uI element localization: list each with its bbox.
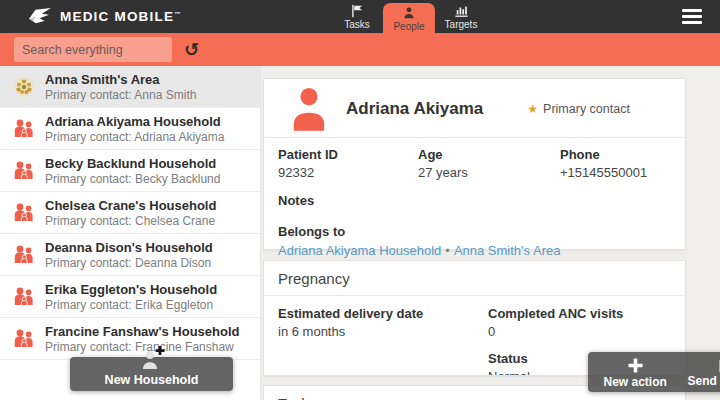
tab-tasks-label: Tasks xyxy=(344,19,370,30)
avatar xyxy=(290,87,328,131)
contact-list-item-text: Erika Eggleton's Household Primary conta… xyxy=(45,282,217,312)
medic-mobile-logo-icon xyxy=(28,7,52,27)
tab-tasks[interactable]: Tasks xyxy=(331,0,383,33)
contact-list-item-title: Anna Smith's Area xyxy=(45,72,196,87)
contact-list-item[interactable]: Adriana Akiyama Household Primary contac… xyxy=(0,108,260,150)
field-label: Phone xyxy=(560,147,671,162)
contact-list-item-subtitle: Primary contact: Erika Eggleton xyxy=(45,298,217,312)
menu-button[interactable] xyxy=(682,9,704,25)
household-icon xyxy=(12,201,36,225)
brand: MEDIC MOBILE™ xyxy=(28,0,180,33)
tasks-title: Tasks xyxy=(278,395,316,400)
field-label: Estimated delivery date xyxy=(278,306,488,321)
notes-label: Notes xyxy=(278,193,671,208)
contact-field: Patient ID 92332 xyxy=(278,147,418,180)
field-label: Patient ID xyxy=(278,147,418,162)
contact-card-body: Patient ID 92332 Age 27 years Phone +151… xyxy=(264,137,685,258)
contact-name: Adriana Akiyama xyxy=(346,99,483,119)
contact-card-header: Adriana Akiyama ★ Primary contact xyxy=(264,79,685,137)
reset-search-button[interactable]: ↺ xyxy=(184,41,199,59)
contact-list-item-subtitle: Primary contact: Chelsea Crane xyxy=(45,214,216,228)
household-link[interactable]: Adriana Akiyama Household xyxy=(278,243,441,258)
new-household-button[interactable]: New Household xyxy=(70,357,233,391)
contact-list-item-subtitle: Primary contact: Becky Backlund xyxy=(45,172,220,186)
field-label: Completed ANC visits xyxy=(488,306,671,321)
app-window: MEDIC MOBILE™ Tasks xyxy=(0,0,720,400)
field-value: +15145550001 xyxy=(560,165,671,180)
send-message-label: Send message xyxy=(687,374,720,388)
field-value: in 6 months xyxy=(278,324,488,339)
area-link[interactable]: Anna Smith's Area xyxy=(454,243,561,258)
primary-contact-badge: ★ Primary contact xyxy=(527,102,630,116)
contact-list-item[interactable]: Anna Smith's Area Primary contact: Anna … xyxy=(0,66,260,108)
contact-list-item-title: Chelsea Crane's Household xyxy=(45,198,216,213)
household-icon xyxy=(12,327,36,351)
contact-list-item-title: Deanna Dison's Household xyxy=(45,240,213,255)
belongs-to-links: Adriana Akiyama Household•Anna Smith's A… xyxy=(278,243,671,258)
primary-contact-label: Primary contact xyxy=(543,102,630,116)
contact-list: Anna Smith's Area Primary contact: Anna … xyxy=(0,66,261,400)
send-message-button[interactable]: Send message xyxy=(682,352,720,392)
pregnancy-title: Pregnancy xyxy=(264,261,685,295)
dot-separator: • xyxy=(445,243,450,258)
contact-list-item[interactable]: Deanna Dison's Household Primary contact… xyxy=(0,234,260,276)
contact-card: Adriana Akiyama ★ Primary contact Patien… xyxy=(263,78,686,250)
contact-list-item-title: Francine Fanshaw's Household xyxy=(45,324,240,339)
hamburger-icon xyxy=(682,9,702,12)
tab-people-label: People xyxy=(393,21,424,32)
search-box xyxy=(14,37,172,62)
field-value: 92332 xyxy=(278,165,418,180)
contact-list-item-subtitle: Primary contact: Anna Smith xyxy=(45,88,196,102)
new-action-button[interactable]: New action xyxy=(588,352,682,392)
new-household-label: New Household xyxy=(105,373,199,391)
contact-fields-row: Patient ID 92332 Age 27 years Phone +151… xyxy=(278,147,671,180)
contact-list-item[interactable]: Erika Eggleton's Household Primary conta… xyxy=(0,276,260,318)
star-icon: ★ xyxy=(527,102,538,116)
search-input[interactable] xyxy=(14,37,172,62)
contact-list-item[interactable]: Becky Backlund Household Primary contact… xyxy=(0,150,260,192)
contact-list-item[interactable]: Chelsea Crane's Household Primary contac… xyxy=(0,192,260,234)
contact-list-item-subtitle: Primary contact: Deanna Dison xyxy=(45,256,213,270)
flag-icon xyxy=(350,4,364,18)
household-icon xyxy=(12,117,36,141)
field-value: 27 years xyxy=(418,165,560,180)
contact-list-item-text: Chelsea Crane's Household Primary contac… xyxy=(45,198,216,228)
contact-list-item-subtitle: Primary contact: Adriana Akiyama xyxy=(45,130,224,144)
field-value: 0 xyxy=(488,324,671,339)
household-icon xyxy=(12,243,36,267)
household-icon xyxy=(12,285,36,309)
user-plus-icon xyxy=(139,345,165,370)
contact-field: Phone +15145550001 xyxy=(560,147,671,180)
contact-list-item[interactable]: Francine Fanshaw's Household Primary con… xyxy=(0,318,260,360)
trademark: ™ xyxy=(174,11,180,17)
pregnancy-field: Estimated delivery date in 6 months xyxy=(278,306,488,339)
contact-list-item-text: Becky Backlund Household Primary contact… xyxy=(45,156,220,186)
area-icon xyxy=(12,75,36,99)
contact-list-item-text: Deanna Dison's Household Primary contact… xyxy=(45,240,213,270)
belongs-to-label: Belongs to xyxy=(278,224,671,239)
refresh-icon: ↺ xyxy=(184,39,199,60)
action-bar: New action Send message xyxy=(588,352,720,392)
person-icon xyxy=(402,6,416,20)
pregnancy-field: Completed ANC visits 0 xyxy=(488,306,671,339)
search-bar: ↺ xyxy=(0,33,720,66)
top-bar: MEDIC MOBILE™ Tasks xyxy=(0,0,720,33)
contact-list-item-title: Erika Eggleton's Household xyxy=(45,282,217,297)
bar-chart-icon xyxy=(454,4,469,18)
tab-targets[interactable]: Targets xyxy=(435,0,487,33)
contact-list-item-text: Anna Smith's Area Primary contact: Anna … xyxy=(45,72,196,102)
contact-list-item-title: Adriana Akiyama Household xyxy=(45,114,224,129)
new-action-label: New action xyxy=(603,375,666,389)
nav-tabs: Tasks People xyxy=(331,0,487,33)
field-label: Age xyxy=(418,147,560,162)
household-icon xyxy=(12,159,36,183)
content-pane: Adriana Akiyama ★ Primary contact Patien… xyxy=(261,66,720,400)
contact-list-item-title: Becky Backlund Household xyxy=(45,156,220,171)
contact-field: Age 27 years xyxy=(418,147,560,180)
brand-title: MEDIC MOBILE™ xyxy=(60,9,180,24)
tab-targets-label: Targets xyxy=(445,19,478,30)
tab-people[interactable]: People xyxy=(383,3,435,36)
contact-list-item-text: Adriana Akiyama Household Primary contac… xyxy=(45,114,224,144)
plus-icon xyxy=(627,357,644,374)
